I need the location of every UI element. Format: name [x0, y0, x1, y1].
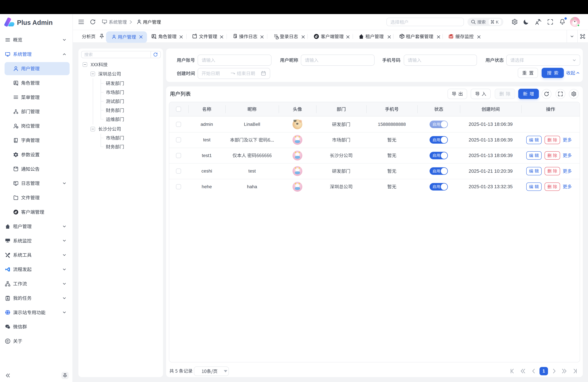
- svg-text:DEV: DEV: [15, 183, 17, 184]
- svg-text:redis: redis: [449, 38, 452, 39]
